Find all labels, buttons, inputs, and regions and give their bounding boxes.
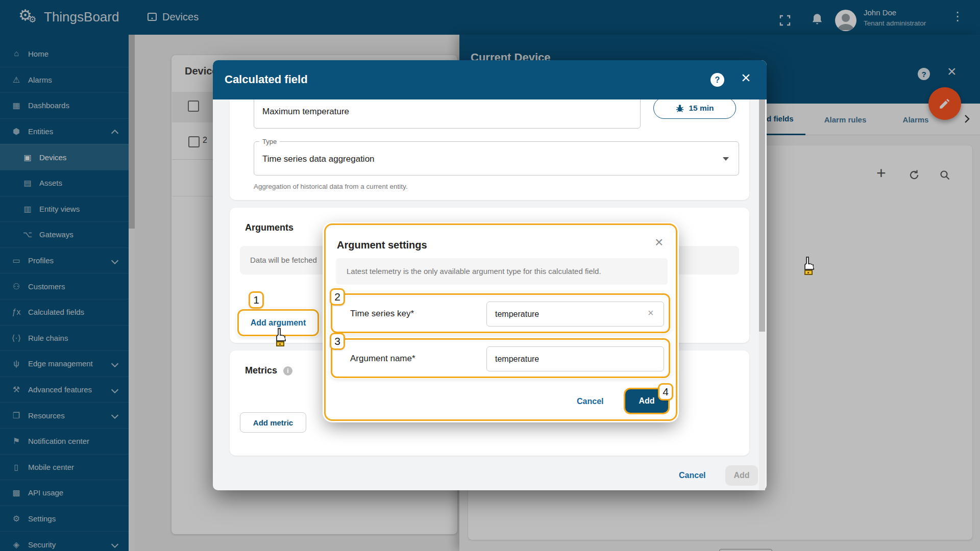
select-caret-icon	[723, 157, 729, 161]
add-metric-button[interactable]: Add metric	[240, 412, 306, 433]
ts-key-input[interactable]: temperature ×	[486, 302, 664, 327]
metrics-heading: Metrics	[245, 365, 277, 376]
arg-name-input[interactable]: temperature	[486, 346, 664, 371]
cf-dialog-title: Calculated field	[225, 73, 308, 86]
arg-info-text: Latest telemetry is the only available a…	[347, 267, 601, 276]
tutorial-step-4-badge: 4	[658, 383, 673, 400]
tutorial-step-3-badge: 3	[330, 333, 345, 350]
type-label: Type	[259, 138, 280, 145]
info-icon: i	[283, 366, 292, 375]
type-value: Time series data aggregation	[262, 154, 375, 164]
arguments-info-text: Data will be fetched	[250, 256, 317, 264]
dialog-help-icon[interactable]: ?	[710, 73, 724, 87]
argument-settings-dialog: Argument settings × Latest telemetry is …	[324, 223, 677, 421]
cf-cancel-button[interactable]: Cancel	[679, 471, 705, 480]
arg-dialog-title: Argument settings	[337, 239, 427, 251]
arg-name-label: Argument name*	[350, 354, 415, 364]
field-name-value: Maximum temperature	[262, 107, 349, 117]
debug-settings-chip[interactable]: 15 min	[653, 97, 736, 119]
debug-chip-label: 15 min	[689, 104, 714, 113]
pointer-hand-cursor	[273, 328, 286, 346]
ts-key-label: Time series key*	[350, 309, 414, 319]
arg-name-value: temperature	[495, 355, 539, 364]
pointer-hand-cursor	[801, 257, 815, 275]
add-argument-button[interactable]: Add argument	[251, 318, 306, 328]
tutorial-step-1-badge: 1	[249, 291, 264, 309]
type-helper-text: Aggregation of historical data from a cu…	[254, 183, 407, 190]
cf-dialog-header: Calculated field ? ×	[213, 60, 767, 99]
arg-cancel-button[interactable]: Cancel	[577, 397, 603, 406]
clear-icon[interactable]: ×	[648, 307, 654, 319]
bug-icon	[675, 104, 684, 113]
ts-key-highlight: Time series key* temperature ×	[331, 293, 670, 333]
dialog-scrollbar-thumb[interactable]	[759, 99, 765, 332]
arg-dialog-close-icon[interactable]: ×	[655, 234, 663, 251]
tutorial-step-2-badge: 2	[330, 288, 345, 306]
field-name-input[interactable]: Maximum temperature	[254, 96, 641, 129]
dialog-close-icon[interactable]: ×	[741, 68, 751, 87]
arg-name-highlight: Argument name* temperature	[331, 338, 670, 378]
ts-key-value: temperature	[495, 310, 539, 319]
thingsboard-app: ⚙ ⚙ ThingsBoard Devices John Doe Tenant …	[0, 0, 980, 551]
dialog-scrollbar[interactable]	[759, 99, 765, 490]
cf-add-button-disabled[interactable]: Add	[725, 465, 758, 486]
arg-info-strip: Latest telemetry is the only available a…	[336, 258, 668, 285]
type-select[interactable]: Type Time series data aggregation	[254, 141, 739, 176]
arguments-heading: Arguments	[245, 222, 293, 233]
